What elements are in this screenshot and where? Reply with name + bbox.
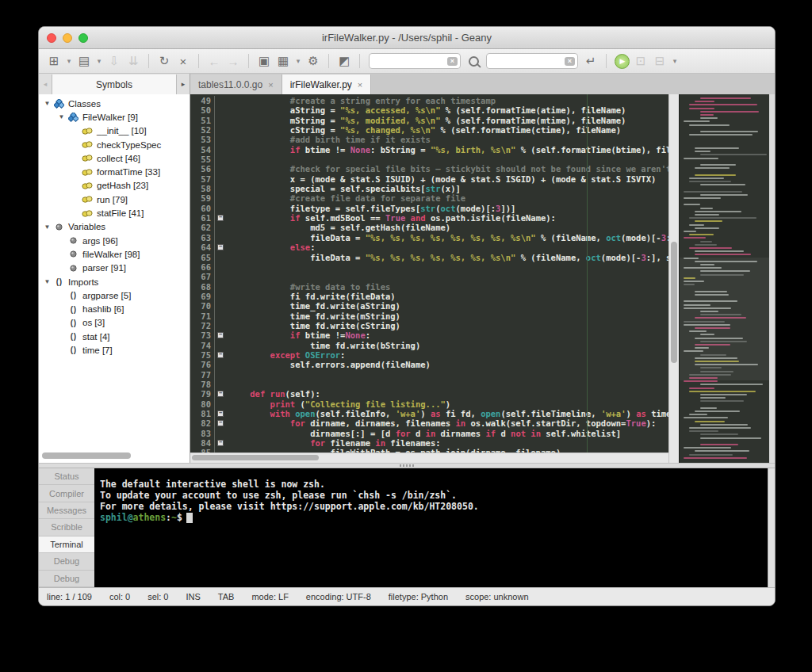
code-line[interactable]: 52 cString = "%s, changed, %s\n" % (self…: [190, 125, 668, 135]
code-line[interactable]: 50 aString = "%s, accessed, %s\n" % (sel…: [190, 105, 668, 115]
revert-button[interactable]: ↻: [155, 52, 173, 70]
code-line[interactable]: 74 time_fd.write(bString): [190, 341, 668, 350]
code-line[interactable]: 83 dirnames[:] = [d for d in dirnames if…: [190, 429, 668, 438]
tree-expander-icon[interactable]: ▼: [42, 100, 52, 107]
editor-vscroll-thumb[interactable]: [671, 242, 677, 363]
symbol-item-parser-91-[interactable]: parser [91]: [39, 262, 190, 275]
goto-line-entry[interactable]: ×: [486, 53, 578, 69]
new-file-button[interactable]: ⊞: [45, 52, 63, 70]
tab-close-icon[interactable]: ×: [358, 80, 362, 90]
symbol-item-checktypespec[interactable]: checkTypeSpec: [39, 138, 190, 151]
symbol-item-hashlib-6-[interactable]: ( )hashlib [6]: [39, 302, 190, 315]
code-line[interactable]: 51 mString = "%s, modified, %s\n" % (sel…: [190, 116, 668, 125]
code-line[interactable]: 75− except OSError:: [190, 350, 668, 360]
tab-irfilewalker-py[interactable]: irFileWalker.py×: [282, 74, 372, 94]
tree-expander-icon[interactable]: ▼: [42, 278, 52, 285]
fold-collapse-icon[interactable]: −: [217, 410, 224, 417]
nav-forward-button[interactable]: →: [224, 52, 242, 70]
clear-entry-icon[interactable]: ×: [447, 57, 458, 66]
symbol-item-collect-46-[interactable]: collect [46]: [39, 151, 190, 165]
title-bar[interactable]: irFileWalker.py - /Users/sphil - Geany: [39, 27, 775, 49]
fold-collapse-icon[interactable]: −: [217, 440, 224, 446]
symbol-item-variables[interactable]: ▼Variables: [39, 220, 190, 234]
fold-collapse-icon[interactable]: −: [217, 244, 224, 250]
symbol-item-formattime-33-[interactable]: formatTime [33]: [39, 165, 190, 178]
save-all-button[interactable]: ⇊: [124, 52, 142, 70]
symbol-item-filewalker-98-[interactable]: fileWalker [98]: [39, 247, 190, 261]
fold-collapse-icon[interactable]: −: [217, 391, 224, 397]
close-document-button[interactable]: ×: [174, 52, 192, 70]
build-button[interactable]: ▦: [274, 52, 292, 70]
code-line[interactable]: 58 special = self.specialbits[str(x)]: [190, 184, 668, 193]
print-button[interactable]: ⊟: [651, 52, 668, 70]
code-line[interactable]: 54 if btime != None: bString = "%s, birt…: [190, 145, 668, 155]
code-line[interactable]: 56 #check for special file bits – sticky…: [190, 164, 668, 174]
sidebar-hscrollbar[interactable]: [42, 452, 131, 459]
code-line[interactable]: 84− for filename in filenames:: [190, 438, 668, 448]
editor-vscrollbar[interactable]: [668, 94, 679, 463]
code-editor[interactable]: 49 #create a string entry for each times…: [190, 94, 668, 463]
toolbar-overflow-button[interactable]: ▾: [670, 52, 680, 70]
tab-tables11-0-0-go[interactable]: tables11.0.0.go×: [190, 74, 282, 94]
zoom-window-button[interactable]: [79, 33, 88, 43]
code-line[interactable]: 73− if btime !=None:: [190, 330, 668, 340]
symbol-item-args-96-[interactable]: args [96]: [39, 234, 190, 247]
run-button[interactable]: ▶: [613, 52, 630, 70]
terminal-scrollbar[interactable]: [768, 468, 775, 587]
tab-symbols[interactable]: Symbols: [52, 74, 177, 94]
editor-hscrollbar[interactable]: [190, 452, 668, 463]
code-line[interactable]: 68 #write data to files: [190, 282, 668, 292]
sidebar-nav-right-icon[interactable]: ▸: [177, 74, 190, 94]
search-entry[interactable]: ×: [369, 53, 461, 69]
compile-button[interactable]: ▣: [255, 52, 273, 70]
code-line[interactable]: 72 time_fd.write(cString): [190, 321, 668, 330]
code-line[interactable]: 71 time_fd.write(mString): [190, 311, 668, 321]
code-line[interactable]: 61− if self.md5Bool == True and os.path.…: [190, 213, 668, 223]
tree-expander-icon[interactable]: ▼: [42, 223, 52, 231]
terminal-view[interactable]: The default interactive shell is now zsh…: [94, 468, 768, 587]
build-dropdown[interactable]: ▾: [293, 52, 303, 70]
open-file-button[interactable]: ▤: [75, 52, 93, 70]
code-line[interactable]: 57 x = (mode & stat.S_ISUID) + (mode & s…: [190, 174, 668, 184]
panel-splitter[interactable]: [39, 463, 775, 468]
symbol-item-argparse-5-[interactable]: ( )argparse [5]: [39, 288, 190, 302]
code-line[interactable]: 78: [190, 380, 668, 389]
code-line[interactable]: 62 md5 = self.getHash(fileName): [190, 223, 668, 232]
code-line[interactable]: 82− for dirname, dirnames, filenames in …: [190, 418, 668, 428]
symbol-item-__init__-10-[interactable]: __init__ [10]: [39, 124, 190, 138]
code-line[interactable]: 66: [190, 262, 668, 272]
symbol-item-os-3-[interactable]: ( )os [3]: [39, 316, 190, 330]
goto-line-button[interactable]: ↵: [582, 52, 599, 70]
bottom-tab-messages[interactable]: Messages: [39, 502, 94, 519]
execute-settings-button[interactable]: ⚙: [304, 52, 322, 70]
code-line[interactable]: 67: [190, 272, 668, 281]
symbol-item-imports[interactable]: ▼( )Imports: [39, 275, 190, 288]
code-line[interactable]: 60 filetype = self.fileTypes[str(oct(mod…: [190, 204, 668, 213]
clear-entry-icon[interactable]: ×: [565, 57, 575, 66]
close-window-button[interactable]: [47, 33, 56, 43]
code-line[interactable]: 81− with open(self.fileInfo, 'w+a') as f…: [190, 409, 668, 418]
code-line[interactable]: 53 #add birth time if it exists: [190, 135, 668, 144]
code-line[interactable]: 65 fileData = "%s, %s, %s, %s, %s, %s, %…: [190, 253, 668, 262]
symbol-item-gethash-23-[interactable]: getHash [23]: [39, 179, 190, 193]
code-lines[interactable]: 49 #create a string entry for each times…: [190, 94, 668, 452]
save-button[interactable]: ⇩: [105, 52, 123, 70]
symbol-item-statfile-41-[interactable]: statFile [41]: [39, 206, 190, 220]
tab-close-icon[interactable]: ×: [268, 80, 273, 90]
code-line[interactable]: 63 fileData = "%s, %s, %s, %s, %s, %s, %…: [190, 233, 668, 242]
symbol-item-filewalker-9-[interactable]: ▼FileWalker [9]: [39, 110, 190, 124]
bottom-tab-debug[interactable]: Debug: [39, 553, 94, 570]
fold-collapse-icon[interactable]: −: [217, 420, 224, 426]
symbol-item-time-7-[interactable]: ( )time [7]: [39, 343, 190, 357]
code-line[interactable]: 69 fi_fd.write(fileData): [190, 292, 668, 301]
minimize-window-button[interactable]: [63, 33, 72, 43]
color-chooser-button[interactable]: ◩: [335, 52, 353, 70]
symbol-item-stat-4-[interactable]: ( )stat [4]: [39, 330, 190, 343]
bottom-tab-status[interactable]: Status: [39, 468, 94, 485]
fold-collapse-icon[interactable]: −: [217, 215, 224, 221]
code-line[interactable]: 76 self.errors.append(fileName): [190, 360, 668, 369]
nav-back-button[interactable]: ←: [205, 52, 223, 70]
bottom-tab-scribble[interactable]: Scribble: [39, 519, 94, 536]
bottom-tab-terminal[interactable]: Terminal: [39, 536, 94, 553]
code-line[interactable]: 59 #create file data for separate file: [190, 193, 668, 203]
